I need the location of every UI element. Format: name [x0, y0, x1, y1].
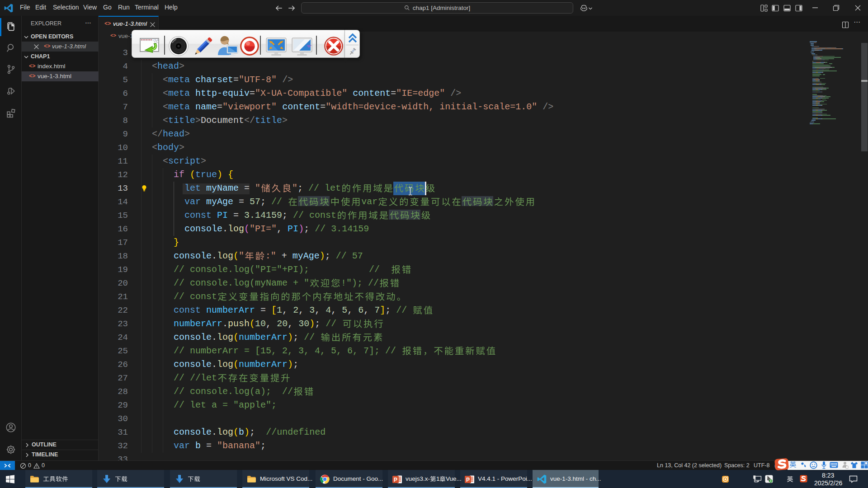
svg-text:P: P	[394, 477, 397, 483]
svg-text:P: P	[466, 477, 470, 483]
